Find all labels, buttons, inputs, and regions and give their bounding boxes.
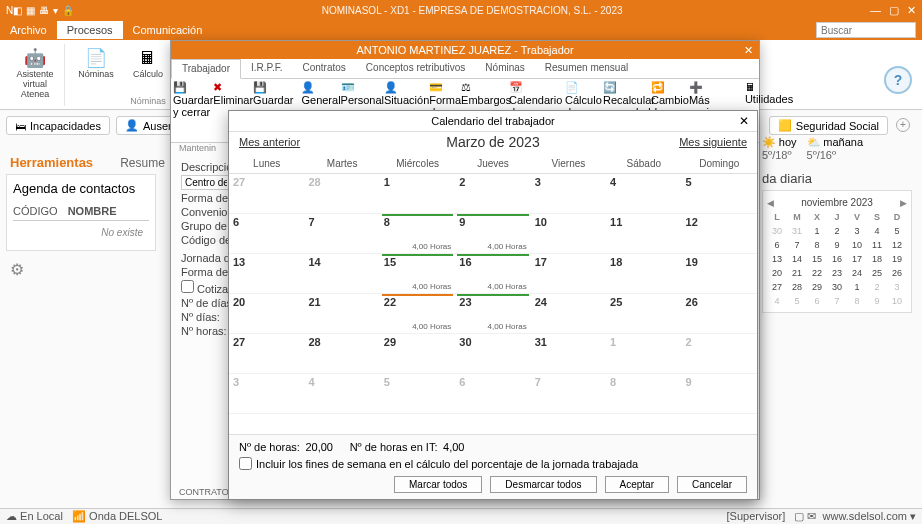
mc-day[interactable]: 7 <box>787 238 807 252</box>
mc-day[interactable]: 6 <box>807 294 827 308</box>
cal-day[interactable]: 6 <box>455 374 530 414</box>
mc-day[interactable]: 14 <box>787 252 807 266</box>
prev-month-link[interactable]: Mes anterior <box>239 136 300 148</box>
cal-day[interactable]: 5 <box>682 174 757 214</box>
cal-day[interactable]: 9 <box>682 374 757 414</box>
cal-day[interactable]: 28 <box>304 174 379 214</box>
cal-day[interactable]: 84,00 Horas <box>380 214 455 254</box>
mc-day[interactable]: 5 <box>887 224 907 238</box>
cal-day[interactable]: 31 <box>531 334 606 374</box>
asistente-button[interactable]: 🤖Asistente virtual Atenea <box>12 44 58 102</box>
mc-day[interactable]: 1 <box>847 280 867 294</box>
mc-day[interactable]: 17 <box>847 252 867 266</box>
panel-tab[interactable]: Trabajador <box>171 59 241 79</box>
mc-day[interactable]: 2 <box>867 280 887 294</box>
cal-day[interactable]: 29 <box>380 334 455 374</box>
mc-day[interactable]: 29 <box>807 280 827 294</box>
mc-day[interactable]: 30 <box>767 224 787 238</box>
resumen-tab[interactable]: Resume <box>120 156 165 170</box>
guardar-cerrar-button[interactable]: 💾Guardar y cerrar <box>173 81 213 140</box>
mc-day[interactable]: 2 <box>827 224 847 238</box>
cal-day[interactable]: 27 <box>229 174 304 214</box>
cal-day[interactable]: 8 <box>606 374 681 414</box>
mc-day[interactable]: 26 <box>887 266 907 280</box>
cal-day[interactable]: 164,00 Horas <box>455 254 530 294</box>
mc-day[interactable]: 27 <box>767 280 787 294</box>
cal-day[interactable]: 1 <box>380 174 455 214</box>
marcar-todos-button[interactable]: Marcar todos <box>394 476 482 493</box>
mc-day[interactable]: 18 <box>867 252 887 266</box>
cal-day[interactable]: 21 <box>304 294 379 334</box>
mc-day[interactable]: 22 <box>807 266 827 280</box>
nominas-button[interactable]: 📄Nóminas <box>73 44 119 82</box>
help-fab[interactable]: ? <box>884 66 912 94</box>
mc-day[interactable]: 16 <box>827 252 847 266</box>
qa-ext-icon[interactable]: ▾ <box>53 5 58 16</box>
qa-save-icon[interactable]: ▦ <box>26 5 35 16</box>
gear-icon[interactable]: ⚙ <box>10 260 24 279</box>
mc-day[interactable]: 15 <box>807 252 827 266</box>
qa-lock-icon[interactable]: 🔒 <box>62 5 74 16</box>
panel-tab[interactable]: I.R.P.F. <box>241 59 293 78</box>
cancelar-button[interactable]: Cancelar <box>677 476 747 493</box>
cal-day[interactable]: 2 <box>455 174 530 214</box>
menu-archivo[interactable]: Archivo <box>0 21 57 39</box>
panel-tab[interactable]: Conceptos retributivos <box>356 59 476 78</box>
cal-day[interactable]: 26 <box>682 294 757 334</box>
mc-day[interactable]: 4 <box>867 224 887 238</box>
mc-day[interactable]: 20 <box>767 266 787 280</box>
cal-day[interactable]: 1 <box>606 334 681 374</box>
cal-day[interactable]: 4 <box>304 374 379 414</box>
cal-day[interactable]: 2 <box>682 334 757 374</box>
cal-day[interactable]: 19 <box>682 254 757 294</box>
mini-calendar[interactable]: ◀ noviembre 2023 ▶ LMXJVSD30311234567891… <box>762 190 912 313</box>
cal-day[interactable]: 224,00 Horas <box>380 294 455 334</box>
cal-day[interactable]: 6 <box>229 214 304 254</box>
maximize-icon[interactable]: ▢ <box>889 4 899 17</box>
cal-day[interactable]: 4 <box>606 174 681 214</box>
cal-day[interactable]: 3 <box>229 374 304 414</box>
mc-next-icon[interactable]: ▶ <box>900 198 907 208</box>
close-icon[interactable]: ✕ <box>907 4 916 17</box>
cal-day[interactable]: 234,00 Horas <box>455 294 530 334</box>
menu-comunicacion[interactable]: Comunicación <box>123 21 213 39</box>
mc-day[interactable]: 28 <box>787 280 807 294</box>
mc-day[interactable]: 30 <box>827 280 847 294</box>
panel-tab[interactable]: Contratos <box>293 59 356 78</box>
tag-incapacidades[interactable]: 🛏Incapacidades <box>6 116 110 135</box>
cal-day[interactable]: 27 <box>229 334 304 374</box>
cal-day[interactable]: 20 <box>229 294 304 334</box>
cal-day[interactable]: 17 <box>531 254 606 294</box>
panel-tab[interactable]: Resumen mensual <box>535 59 638 78</box>
desmarcar-todos-button[interactable]: Desmarcar todos <box>490 476 596 493</box>
mc-day[interactable]: 23 <box>827 266 847 280</box>
cal-day[interactable]: 14 <box>304 254 379 294</box>
mc-day[interactable]: 4 <box>767 294 787 308</box>
panel-close-icon[interactable]: ✕ <box>744 44 753 57</box>
mc-day[interactable]: 11 <box>867 238 887 252</box>
panel-tab[interactable]: Nóminas <box>475 59 534 78</box>
mc-day[interactable]: 13 <box>767 252 787 266</box>
mc-day[interactable]: 3 <box>847 224 867 238</box>
cal-day[interactable]: 154,00 Horas <box>380 254 455 294</box>
cal-day[interactable]: 24 <box>531 294 606 334</box>
mc-day[interactable]: 25 <box>867 266 887 280</box>
mc-day[interactable]: 19 <box>887 252 907 266</box>
cal-day[interactable]: 18 <box>606 254 681 294</box>
cal-day[interactable]: 11 <box>606 214 681 254</box>
mc-day[interactable]: 24 <box>847 266 867 280</box>
qa-print-icon[interactable]: 🖶 <box>39 5 49 16</box>
add-button[interactable]: + <box>896 118 910 132</box>
mc-day[interactable]: 21 <box>787 266 807 280</box>
minimize-icon[interactable]: — <box>870 4 881 17</box>
centro-input[interactable] <box>181 175 231 190</box>
cotizar-checkbox[interactable] <box>181 280 194 293</box>
cal-close-icon[interactable]: ✕ <box>739 114 749 128</box>
mc-day[interactable]: 6 <box>767 238 787 252</box>
mc-day[interactable]: 10 <box>847 238 867 252</box>
cal-day[interactable]: 12 <box>682 214 757 254</box>
cal-day[interactable]: 5 <box>380 374 455 414</box>
cal-day[interactable]: 3 <box>531 174 606 214</box>
mc-day[interactable]: 31 <box>787 224 807 238</box>
mc-day[interactable]: 7 <box>827 294 847 308</box>
